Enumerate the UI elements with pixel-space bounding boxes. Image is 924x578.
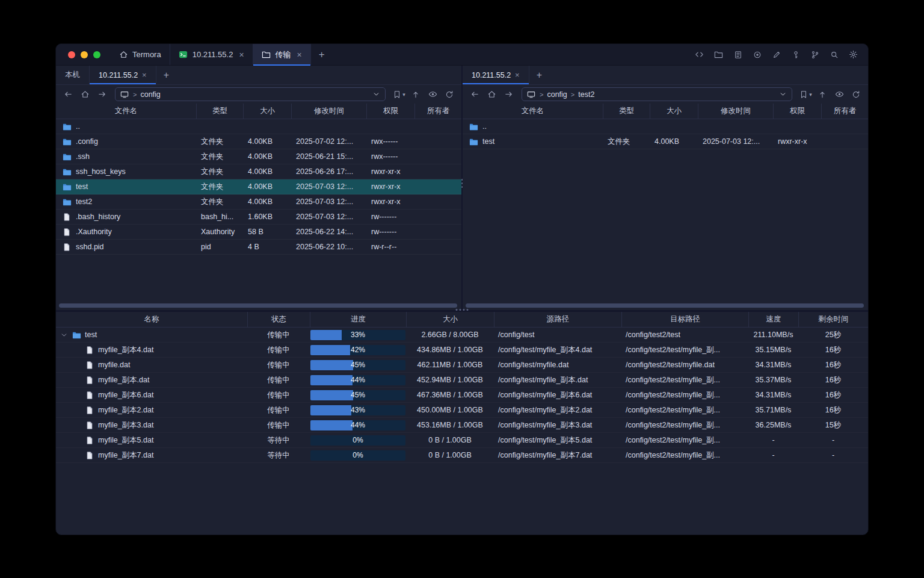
close-tab-icon[interactable]: × — [239, 50, 244, 60]
breadcrumb-segment[interactable]: test2 — [578, 90, 594, 99]
file-row[interactable]: .. — [56, 119, 461, 134]
splitter-handle[interactable] — [456, 309, 469, 311]
file-row[interactable]: ssh_host_keys文件夹4.00KB2025-06-26 17:...r… — [56, 164, 461, 179]
address-bar[interactable]: >config — [115, 87, 386, 101]
expander-icon[interactable] — [60, 331, 68, 339]
column-header[interactable]: 所有者 — [821, 104, 868, 119]
chevron-down-icon[interactable] — [778, 90, 787, 99]
file-icon — [85, 375, 94, 385]
zoom-window-button[interactable] — [93, 51, 100, 58]
transfer-row[interactable]: myfile_副本6.dat传输中45%467.36MB / 1.00GB/co… — [56, 388, 868, 403]
close-window-button[interactable] — [68, 51, 75, 58]
edit-icon[interactable] — [769, 47, 784, 62]
up-directory-button[interactable] — [815, 87, 830, 102]
column-header[interactable]: 名称 — [56, 312, 247, 327]
column-header[interactable]: 修改时间 — [291, 104, 366, 119]
folder-icon — [62, 122, 72, 131]
column-header[interactable]: 大小 — [650, 104, 698, 119]
progress-bar: 44% — [310, 375, 405, 385]
column-header[interactable]: 类型 — [196, 104, 243, 119]
refresh-button[interactable] — [442, 87, 457, 102]
breadcrumb-segment[interactable]: config — [547, 90, 567, 99]
show-hidden-button[interactable] — [425, 87, 440, 102]
transfer-row[interactable]: myfile_副本5.dat等待中0%0 B / 1.00GB/config/t… — [56, 433, 868, 448]
file-row[interactable]: .config文件夹4.00KB2025-07-02 12:...rwx----… — [56, 134, 461, 149]
column-header[interactable]: 权限 — [366, 104, 414, 119]
close-tab-icon[interactable]: × — [142, 70, 147, 79]
transfer-row[interactable]: myfile_副本2.dat传输中43%450.00MB / 1.00GB/co… — [56, 403, 868, 418]
panel-tab-remote[interactable]: 10.211.55.2 × — [463, 66, 529, 84]
record-icon[interactable] — [750, 47, 765, 62]
column-header[interactable]: 速度 — [748, 312, 798, 327]
back-button[interactable] — [61, 87, 75, 102]
tab-host[interactable]: 10.211.55.2 × — [170, 44, 253, 65]
column-header[interactable]: 修改时间 — [698, 104, 773, 119]
file-row[interactable]: test文件夹4.00KB2025-07-03 12:...rwxr-xr-x — [463, 134, 868, 149]
key-icon[interactable] — [788, 47, 803, 62]
horizontal-splitter[interactable] — [56, 310, 868, 312]
bookmark-button[interactable]: ▾ — [798, 87, 813, 102]
column-header[interactable]: 进度 — [310, 312, 406, 327]
column-header[interactable]: 权限 — [773, 104, 821, 119]
bookmark-button[interactable]: ▾ — [392, 87, 406, 102]
forward-button[interactable] — [501, 87, 516, 102]
up-directory-button[interactable] — [408, 87, 423, 102]
file-name-cell: ssh_host_keys — [56, 167, 196, 176]
panel-tab-local[interactable]: 本机 — [56, 66, 90, 84]
folder-icon[interactable] — [711, 47, 726, 62]
horizontal-scrollbar[interactable] — [466, 303, 864, 308]
column-header[interactable]: 所有者 — [414, 104, 461, 119]
file-row[interactable]: .ssh文件夹4.00KB2025-06-21 15:...rwx------ — [56, 149, 461, 164]
settings-icon[interactable] — [846, 47, 861, 62]
code-icon[interactable] — [692, 47, 707, 62]
app-tab-termora[interactable]: Termora — [110, 44, 170, 65]
chevron-down-icon[interactable] — [371, 90, 381, 99]
file-row[interactable]: test文件夹4.00KB2025-07-03 12:...rwxr-xr-x — [56, 179, 461, 194]
file-row[interactable]: .bash_historybash_hi...1.60KB2025-07-03 … — [56, 210, 461, 225]
search-icon[interactable] — [827, 47, 842, 62]
column-header[interactable]: 大小 — [406, 312, 494, 327]
home-button[interactable] — [484, 87, 499, 102]
transfer-eta: 16秒 — [798, 360, 868, 370]
column-header[interactable]: 状态 — [247, 312, 310, 327]
column-header[interactable]: 源路径 — [494, 312, 621, 327]
minimize-window-button[interactable] — [81, 51, 88, 58]
transfer-row[interactable]: myfile_副本3.dat传输中44%453.16MB / 1.00GB/co… — [56, 418, 868, 433]
transfer-row[interactable]: myfile.dat传输中45%462.11MB / 1.00GB/config… — [56, 358, 868, 373]
back-button[interactable] — [467, 87, 482, 102]
file-table-header: 文件名类型大小修改时间权限所有者 — [56, 104, 461, 119]
new-tab-button[interactable]: + — [311, 44, 333, 65]
breadcrumb-segment[interactable]: config — [140, 90, 160, 99]
close-tab-icon[interactable]: × — [515, 70, 520, 79]
transfer-progress-cell: 45% — [310, 360, 406, 370]
transfer-row[interactable]: myfile_副本7.dat等待中0%0 B / 1.00GB/config/t… — [56, 448, 868, 463]
file-row[interactable]: test2文件夹4.00KB2025-07-03 12:...rwxr-xr-x — [56, 194, 461, 210]
branch-icon[interactable] — [807, 47, 822, 62]
address-bar[interactable]: >config>test2 — [522, 87, 792, 101]
tab-transfer[interactable]: 传输 × — [253, 44, 311, 65]
file-type: pid — [196, 243, 243, 251]
transfer-speed: 35.37MB/s — [748, 376, 798, 384]
panel-new-tab-button[interactable]: + — [529, 66, 549, 84]
column-header[interactable]: 大小 — [243, 104, 291, 119]
home-button[interactable] — [78, 87, 92, 102]
file-row[interactable]: sshd.pidpid4 B2025-06-22 10:...rw-r--r-- — [56, 240, 461, 255]
transfer-row[interactable]: myfile_副本4.dat传输中42%434.86MB / 1.00GB/co… — [56, 343, 868, 358]
column-header[interactable]: 目标路径 — [621, 312, 748, 327]
panel-tab-remote[interactable]: 10.211.55.2 × — [90, 66, 156, 84]
file-row[interactable]: .. — [463, 119, 868, 134]
refresh-button[interactable] — [849, 87, 863, 102]
forward-button[interactable] — [94, 87, 109, 102]
transfer-row[interactable]: myfile_副本.dat传输中44%452.94MB / 1.00GB/con… — [56, 373, 868, 388]
column-header[interactable]: 文件名 — [463, 104, 603, 119]
column-header[interactable]: 文件名 — [56, 104, 196, 119]
notes-icon[interactable] — [730, 47, 745, 62]
file-row[interactable]: .XauthorityXauthority58 B2025-06-22 14:.… — [56, 225, 461, 240]
column-header[interactable]: 类型 — [603, 104, 650, 119]
close-tab-icon[interactable]: × — [297, 50, 302, 60]
show-hidden-button[interactable] — [832, 87, 846, 102]
panel-new-tab-button[interactable]: + — [156, 66, 176, 84]
transfer-row[interactable]: test传输中33%2.66GB / 8.00GB/config/test/co… — [56, 328, 868, 343]
column-header[interactable]: 剩余时间 — [798, 312, 868, 327]
horizontal-scrollbar[interactable] — [59, 303, 457, 308]
